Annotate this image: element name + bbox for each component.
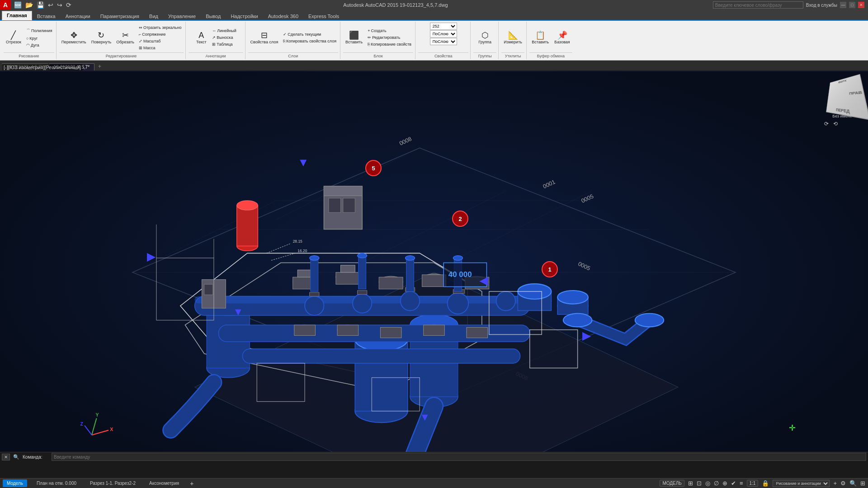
redo-button[interactable]: ↪	[56, 1, 64, 9]
tab-parametrize[interactable]: Параметризация	[95, 12, 144, 20]
linear-dim-button[interactable]: ↔ Линейный	[210, 28, 238, 34]
mirror-button[interactable]: ⇔ Отразить зеркально	[137, 24, 184, 31]
trim-button[interactable]: ✂ Обрезать	[114, 30, 137, 46]
layer-select[interactable]: 252	[430, 23, 457, 30]
paste-label: Вставить	[532, 40, 549, 44]
signin-label[interactable]: Вход в службы	[806, 3, 837, 8]
command-search-button[interactable]: 🔍	[12, 454, 21, 460]
snap-icon[interactable]: ⊡	[697, 480, 702, 487]
canvas-area[interactable]: 0008 0001 0005 0005 0008	[0, 71, 868, 478]
tab-insert[interactable]: Вставка	[32, 12, 61, 20]
window-title: Autodesk AutoCAD 2015 19-012123_4,5,7.dw…	[78, 2, 713, 8]
make-current-button[interactable]: ✓ Сделать текущим	[281, 31, 338, 38]
ortho-icon[interactable]: ∅	[714, 480, 719, 487]
base-button[interactable]: 📌 Базовая	[552, 30, 572, 46]
tab-annotations[interactable]: Аннотации	[61, 12, 95, 20]
drawing-mode-select[interactable]: Рисование и аннотации	[773, 480, 830, 487]
command-close-button[interactable]: ✕	[2, 454, 10, 460]
cube-orbit-controls[interactable]: ⟳ ⟲	[822, 119, 863, 128]
arrow-top: ▼	[297, 156, 309, 169]
leader-button[interactable]: ↗ Выноска	[210, 34, 238, 41]
line-icon: ╱	[11, 31, 16, 39]
line-button[interactable]: ╱ Отрезок	[4, 30, 24, 46]
tab-output[interactable]: Вывод	[201, 12, 226, 20]
command-input[interactable]	[52, 453, 866, 461]
section-tab[interactable]: Разрез 1-1. Разрез2-2	[86, 479, 140, 487]
rotate-button[interactable]: ↻ Повернуть	[89, 30, 113, 46]
group-button[interactable]: ⬡ Группа	[476, 30, 494, 46]
copy-block-button[interactable]: ⎘ Копирование свойств	[366, 41, 413, 47]
close-button[interactable]: ✕	[858, 2, 864, 8]
fillet-button[interactable]: ⌐ Сопряжение	[137, 31, 184, 38]
polyline-icon: ⌒	[26, 28, 30, 34]
tab-express[interactable]: Express Tools	[303, 12, 344, 20]
tab-home[interactable]: Главная	[2, 11, 32, 20]
search-input[interactable]	[713, 1, 803, 9]
circle-label: Круг	[29, 36, 38, 41]
paste-button[interactable]: 📋 Вставить	[529, 30, 551, 46]
plan-tab[interactable]: План на отм. 0.000	[33, 479, 80, 487]
copy-props-button[interactable]: ⎘ Копировать свойства слоя	[281, 38, 338, 44]
save-button[interactable]: 💾	[35, 1, 46, 9]
app-button[interactable]: A	[0, 0, 11, 10]
top-bar: A 🆕 📂 💾 ↩ ↪ ⟳ Autodesk AutoCAD 2015 19-0…	[0, 0, 868, 10]
lineweight-icon[interactable]: ≡	[740, 480, 743, 487]
properties-label: Свойства	[418, 52, 468, 58]
new-button[interactable]: 🆕	[13, 1, 23, 9]
edit-block-button[interactable]: ✏ Редактировать	[366, 34, 413, 41]
command-area: ✕ 🔍 Команда:	[0, 452, 868, 478]
scale-button[interactable]: ⤢ Масштаб	[137, 38, 184, 44]
plus-icon[interactable]: +	[833, 480, 837, 487]
cube-3d[interactable]: ВЕРХ ПЕРЕД ПРАВ	[826, 74, 868, 120]
copy-block-icon: ⎘	[368, 42, 370, 47]
layer-props-button[interactable]: ⊟ Свойства слоя	[248, 30, 281, 46]
add-tab-button[interactable]: +	[95, 62, 104, 70]
maximize-button[interactable]: □	[849, 2, 855, 8]
svg-point-81	[563, 314, 592, 327]
arc-button[interactable]: ◠ Дуга	[24, 42, 54, 48]
text-button[interactable]: A Текст	[193, 30, 209, 46]
grid-icon[interactable]: ⊞	[688, 480, 693, 487]
svg-rect-31	[379, 277, 403, 289]
viewport-icon[interactable]: ⊞	[860, 480, 865, 487]
polar-icon[interactable]: ⊕	[722, 480, 727, 487]
tab-a360[interactable]: Autodesk 360	[263, 12, 303, 20]
color-select[interactable]: ПоСлою	[430, 30, 457, 38]
undo-button[interactable]: ↩	[47, 1, 55, 9]
tab-add-button[interactable]: +	[189, 479, 195, 488]
open-button[interactable]: 📂	[24, 1, 34, 9]
circle-button[interactable]: ○ Круг	[24, 35, 54, 42]
lock-icon[interactable]: 🔒	[762, 480, 769, 487]
axon-tab[interactable]: Аксонометрия	[145, 479, 183, 487]
table-button[interactable]: ⊞ Таблица	[210, 41, 238, 47]
dynamic-icon[interactable]: ✔	[731, 480, 736, 487]
polyline-button[interactable]: ⌒ Полилиния	[24, 27, 54, 35]
ribbon-tabs: Главная Вставка Аннотации Параметризация…	[0, 10, 868, 21]
create-block-button[interactable]: + Создать	[366, 28, 413, 34]
doc-tab-1[interactable]: 19-012123_4,5,7*	[2, 63, 48, 70]
copy-block-label: Копирование свойств	[371, 42, 411, 47]
linetype-select[interactable]: ПоСлою	[430, 38, 457, 45]
insert-button[interactable]: ⬛ Вставить	[343, 30, 365, 46]
array-button[interactable]: ⊞ Масса	[137, 45, 184, 51]
move-button[interactable]: ✥ Переместить	[59, 30, 89, 46]
polyline-label: Полилиния	[31, 28, 52, 33]
layers-label: Слои	[248, 52, 338, 58]
arrow-br: ▶	[582, 330, 591, 342]
settings-icon[interactable]: ⚙	[840, 480, 846, 487]
navigation-cube[interactable]: ВЕРХ ПЕРЕД ПРАВ Без имени ⟳ ⟲	[822, 76, 863, 126]
doc-tab-2[interactable]: 19-012123_4,5,7*	[49, 63, 95, 70]
osnap-icon[interactable]: ◎	[705, 480, 710, 487]
refresh-button[interactable]: ⟳	[65, 1, 73, 9]
measure-button[interactable]: 📐 Измерить	[501, 30, 524, 46]
arc-label: Дуга	[31, 43, 39, 47]
tab-view[interactable]: Вид	[144, 12, 163, 20]
tab-addons[interactable]: Надстройки	[226, 12, 263, 20]
scale-label[interactable]: 1:1	[747, 480, 759, 487]
zoom-icon[interactable]: 🔍	[849, 480, 857, 487]
model-tab[interactable]: Модель	[3, 479, 27, 487]
model-label[interactable]: МОДЕЛЬ	[660, 480, 684, 487]
tab-manage[interactable]: Управление	[163, 12, 201, 20]
minimize-button[interactable]: —	[840, 2, 846, 8]
svg-point-51	[405, 256, 415, 261]
